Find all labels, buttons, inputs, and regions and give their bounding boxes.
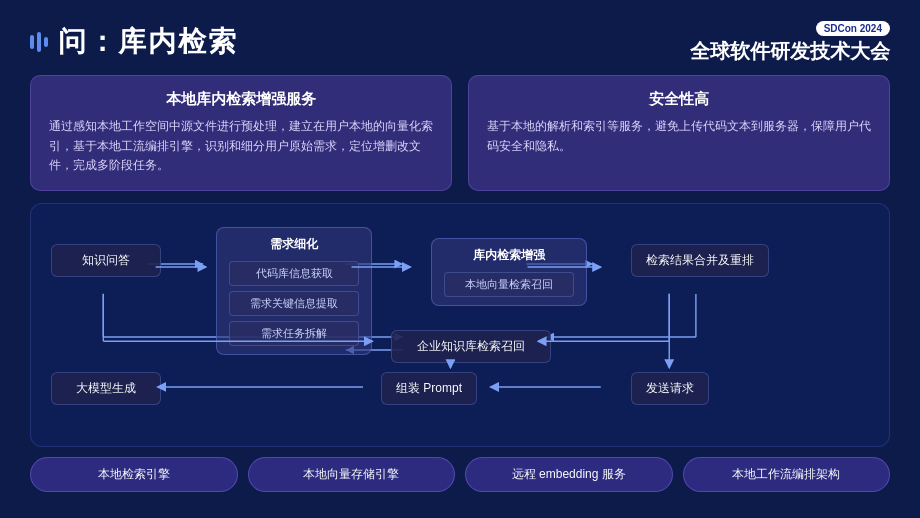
card-local-search: 本地库内检索增强服务 通过感知本地工作空间中源文件进行预处理，建立在用户本地的向… xyxy=(30,75,452,191)
bottom-item-0: 本地检索引擎 xyxy=(30,457,238,492)
conference-title: 全球软件研发技术大会 xyxy=(690,38,890,65)
bottom-bar: 本地检索引擎 本地向量存储引擎 远程 embedding 服务 本地工作流编排架… xyxy=(0,447,920,492)
node-merge: 检索结果合并及重排 xyxy=(631,244,769,277)
cluster-search: 库内检索增强 本地向量检索召回 xyxy=(431,238,587,306)
cluster-demand-item-0: 代码库信息获取 xyxy=(229,261,359,286)
cluster-demand-item-1: 需求关键信息提取 xyxy=(229,291,359,316)
header-right: SDCon 2024 全球软件研发技术大会 xyxy=(690,18,890,65)
diagram-inner: 知识问答 需求细化 代码库信息获取 需求关键信息提取 需求任务拆解 库内检索增强… xyxy=(51,222,869,432)
bottom-item-3: 本地工作流编排架构 xyxy=(683,457,891,492)
cluster-demand-box: 需求细化 代码库信息获取 需求关键信息提取 需求任务拆解 xyxy=(216,227,372,355)
node-enterprise: 企业知识库检索召回 xyxy=(391,330,551,363)
bottom-item-2: 远程 embedding 服务 xyxy=(465,457,673,492)
card-local-body: 通过感知本地工作空间中源文件进行预处理，建立在用户本地的向量化索引，基于本地工流… xyxy=(49,117,433,176)
cluster-search-item-0: 本地向量检索召回 xyxy=(444,272,574,297)
assemble-box: 组装 Prompt xyxy=(381,372,477,405)
node-assemble: 组装 Prompt xyxy=(381,372,477,405)
top-cards: 本地库内检索增强服务 通过感知本地工作空间中源文件进行预处理，建立在用户本地的向… xyxy=(0,75,920,191)
cluster-search-title: 库内检索增强 xyxy=(473,247,545,264)
card-security-title: 安全性高 xyxy=(487,90,871,109)
cluster-demand-title: 需求细化 xyxy=(270,236,318,253)
merge-box: 检索结果合并及重排 xyxy=(631,244,769,277)
node-llm: 大模型生成 xyxy=(51,372,161,405)
cluster-demand-item-2: 需求任务拆解 xyxy=(229,321,359,346)
bottom-item-1: 本地向量存储引擎 xyxy=(248,457,456,492)
card-security-body: 基于本地的解析和索引等服务，避免上传代码文本到服务器，保障用户代码安全和隐私。 xyxy=(487,117,871,156)
header: 问：库内检索 SDCon 2024 全球软件研发技术大会 xyxy=(0,0,920,75)
llm-box: 大模型生成 xyxy=(51,372,161,405)
cluster-search-box: 库内检索增强 本地向量检索召回 xyxy=(431,238,587,306)
header-left: 问：库内检索 xyxy=(30,23,238,61)
cluster-demand: 需求细化 代码库信息获取 需求关键信息提取 需求任务拆解 xyxy=(216,227,372,355)
send-box: 发送请求 xyxy=(631,372,709,405)
page-title: 问：库内检索 xyxy=(58,23,238,61)
diagram-area: 知识问答 需求细化 代码库信息获取 需求关键信息提取 需求任务拆解 库内检索增强… xyxy=(30,203,890,447)
knowledge-box: 知识问答 xyxy=(51,244,161,277)
node-send: 发送请求 xyxy=(631,372,709,405)
wave-icon xyxy=(30,32,48,52)
enterprise-box: 企业知识库检索召回 xyxy=(391,330,551,363)
card-local-title: 本地库内检索增强服务 xyxy=(49,90,433,109)
sdcon-badge: SDCon 2024 xyxy=(816,21,890,36)
node-knowledge: 知识问答 xyxy=(51,244,161,277)
card-security: 安全性高 基于本地的解析和索引等服务，避免上传代码文本到服务器，保障用户代码安全… xyxy=(468,75,890,191)
